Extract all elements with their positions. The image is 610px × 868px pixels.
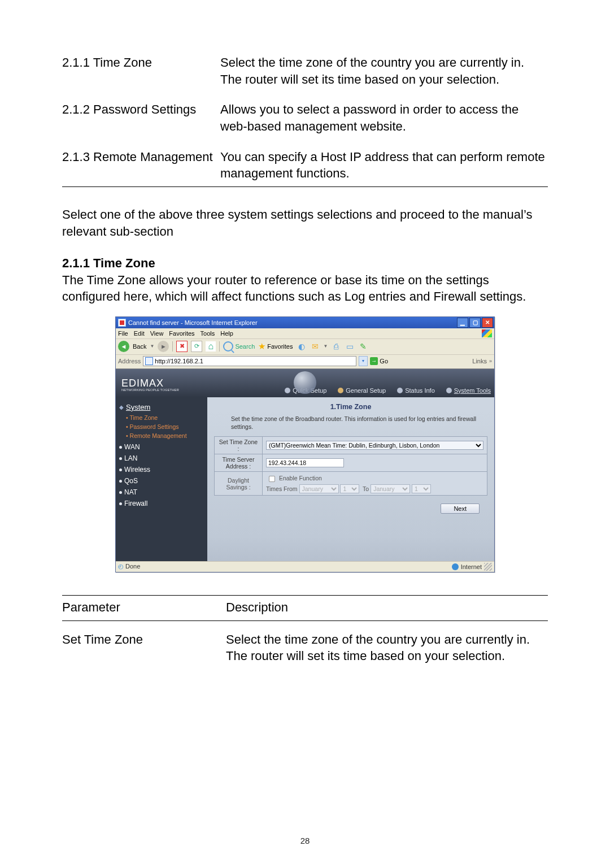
home-icon[interactable]: ⌂: [206, 341, 216, 351]
desc-header: Description: [226, 595, 548, 620]
print-icon[interactable]: ⎙: [331, 341, 341, 351]
definitions-table: 2.1.1 Time ZoneSelect the time zone of t…: [62, 51, 548, 187]
bullet-icon: [119, 502, 122, 505]
discuss-icon[interactable]: ✎: [358, 341, 368, 351]
router-header: EDIMAX NETWORKING PEOPLE TOGETHER Quick …: [116, 369, 494, 397]
stop-icon[interactable]: ✖: [176, 341, 188, 352]
search-button[interactable]: Search: [223, 341, 255, 351]
tab-dot-icon: [285, 388, 290, 393]
menu-item[interactable]: Tools: [201, 330, 215, 337]
go-icon: →: [370, 357, 378, 365]
go-label: Go: [380, 358, 388, 364]
history-icon[interactable]: ✉: [310, 341, 320, 351]
status-right-text: Internet: [461, 563, 482, 570]
ie-window: Cannot find server - Microsoft Internet …: [115, 316, 495, 572]
tab-dot-icon: [397, 388, 403, 393]
internet-zone-icon: [452, 563, 459, 570]
header-tab[interactable]: General Setup: [338, 387, 386, 394]
favorites-label: Favorites: [267, 343, 293, 350]
address-text: http://192.168.2.1: [155, 358, 203, 364]
sidebar-item[interactable]: Wireless: [119, 466, 204, 474]
favorites-button[interactable]: ★ Favorites: [258, 341, 293, 351]
forward-button[interactable]: ►: [158, 341, 169, 352]
timezone-form: Set Time Zone : (GMT)Greenwich Mean Time…: [214, 436, 487, 496]
sidebar-subitem[interactable]: • Time Zone: [119, 414, 204, 422]
back-label: Back: [133, 343, 146, 350]
ie-title-text: Cannot find server - Microsoft Internet …: [128, 319, 258, 326]
menu-item[interactable]: File: [118, 330, 128, 337]
sidebar-item[interactable]: QoS: [119, 477, 204, 485]
refresh-icon[interactable]: ⟳: [191, 341, 202, 352]
ie-titlebar: Cannot find server - Microsoft Internet …: [116, 317, 494, 328]
resize-grip: [484, 563, 492, 571]
tab-dot-icon: [338, 388, 343, 393]
ie-menubar: FileEditViewFavoritesToolsHelp: [116, 328, 494, 339]
back-button[interactable]: ◄: [118, 341, 129, 352]
menu-item[interactable]: Edit: [134, 330, 145, 337]
next-button[interactable]: Next: [441, 504, 480, 514]
star-icon: ★: [258, 341, 265, 351]
sidebar-item[interactable]: WAN: [119, 443, 204, 451]
menu-item[interactable]: View: [150, 330, 164, 337]
param-name: Set Time Zone: [62, 620, 226, 698]
bullet-icon: [119, 457, 122, 460]
maximize-button[interactable]: ▢: [469, 318, 481, 328]
sidebar-subitem[interactable]: • Password Settings: [119, 423, 204, 431]
ie-toolbar: ◄ Back ▼ ► ✖ ⟳ ⌂ Search ★ Favorites ◐ ✉ …: [116, 339, 494, 355]
def-param: 2.1.3 Remote Management: [62, 145, 220, 187]
links-button[interactable]: Links »: [472, 358, 492, 364]
ds-label: Daylight Savings :: [215, 472, 263, 496]
header-tab[interactable]: System Tools: [446, 387, 491, 394]
ds-to-day[interactable]: 1: [412, 484, 431, 493]
sidebar-item[interactable]: Firewall: [119, 500, 204, 507]
menu-item[interactable]: Favorites: [169, 330, 194, 337]
address-input[interactable]: http://192.168.2.1: [143, 356, 356, 366]
ds-from-day[interactable]: 1: [340, 484, 359, 493]
go-button[interactable]: → Go: [370, 357, 388, 365]
links-label: Links: [472, 358, 487, 364]
section-heading: 2.1.1 Time Zone: [62, 256, 548, 271]
parameter-table: Parameter Description Set Time ZoneSelec…: [62, 595, 548, 698]
ds-from-month[interactable]: January: [299, 484, 339, 493]
edit-icon[interactable]: ▭: [345, 341, 355, 351]
header-tab[interactable]: Status Info: [397, 387, 435, 394]
edimax-logo: EDIMAX NETWORKING PEOPLE TOGETHER: [121, 378, 179, 392]
sidebar-subitem[interactable]: • Remote Management: [119, 432, 204, 440]
intro-paragraph: Select one of the above three system set…: [62, 206, 548, 240]
close-button[interactable]: ✕: [482, 318, 493, 328]
media-icon[interactable]: ◐: [297, 341, 307, 351]
menu-item[interactable]: Help: [220, 330, 233, 337]
search-icon: [223, 341, 233, 351]
globe-graphic: [294, 371, 316, 394]
ie-address-bar: Address http://192.168.2.1 ▾ → Go Links …: [116, 355, 494, 369]
param-header: Parameter: [62, 595, 226, 620]
tab-dot-icon: [446, 388, 452, 393]
windows-flag-icon: [482, 329, 492, 337]
bullet-icon: [119, 468, 122, 471]
bullet-icon: [119, 480, 122, 483]
time-server-input[interactable]: [266, 458, 344, 467]
address-dropdown[interactable]: ▾: [359, 356, 368, 366]
ds-enable-text: Enable Function: [279, 475, 322, 481]
router-ui: EDIMAX NETWORKING PEOPLE TOGETHER Quick …: [116, 369, 494, 561]
panel-description: Set the time zone of the Broadband route…: [231, 415, 482, 431]
ds-to-month[interactable]: January: [371, 484, 410, 493]
ie-statusbar: ◴ Done Internet: [116, 561, 494, 572]
def-desc: Allows you to select a password in order…: [220, 98, 548, 145]
bullet-icon: [119, 491, 122, 494]
chevron-right-icon: »: [489, 358, 492, 364]
sidebar-item[interactable]: NAT: [119, 488, 204, 496]
page-icon: [145, 357, 153, 365]
tz-select[interactable]: (GMT)Greenwich Mean Time: Dublin, Edinbu…: [266, 441, 483, 450]
bullet-icon: [119, 446, 122, 449]
minimize-button[interactable]: ▁: [457, 318, 468, 328]
ds-to-label: To: [363, 485, 369, 492]
status-left-text: Done: [125, 563, 140, 570]
page-number: 28: [0, 836, 610, 845]
search-label: Search: [235, 343, 255, 350]
ds-enable-checkbox[interactable]: [269, 476, 275, 482]
def-desc: Select the time zone of the country you …: [220, 51, 548, 98]
sidebar-item[interactable]: LAN: [119, 454, 204, 462]
sidebar-item-system[interactable]: ◆ System: [119, 403, 204, 411]
router-main-panel: 1.Time Zone Set the time zone of the Bro…: [207, 397, 494, 561]
